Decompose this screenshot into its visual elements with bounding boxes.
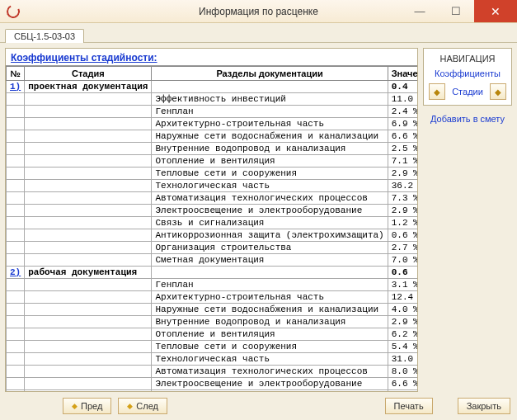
cell-section: Технологическая часть [152, 180, 388, 192]
cell-value: 2.5 % [388, 143, 417, 155]
table-row[interactable]: Архитектурно-строительная часть6.9 % [7, 118, 418, 130]
table-row[interactable]: Наружные сети водоснабжения и канализаци… [7, 130, 418, 143]
cell-stage [25, 229, 152, 242]
cell-no [7, 106, 25, 118]
cell-no [7, 155, 25, 168]
stage-row[interactable]: 1)проектная документация0.4 [7, 81, 418, 93]
cell-value: 36.2 % [388, 180, 417, 192]
nav-group: НАВИГАЦИЯ Коэффициенты ◆ Стадии ◆ [423, 48, 512, 106]
cell-no [7, 143, 25, 155]
cell-stage [25, 254, 152, 267]
nav-coefficients-link[interactable]: Коэффициенты [427, 67, 508, 80]
side-panel: НАВИГАЦИЯ Коэффициенты ◆ Стадии ◆ Добави… [423, 48, 512, 392]
stage-value: 0.4 [388, 81, 417, 93]
cell-value: 31.0 % [388, 353, 417, 366]
table-row[interactable]: Генплан3.1 % [7, 279, 418, 291]
cell-section: Связь и сигнализация [152, 217, 388, 229]
close-button[interactable]: Закрыть [458, 398, 510, 414]
table-row[interactable]: Внутренние водопровод и канализация2.9 % [7, 316, 418, 328]
cell-value: 2.9 % [388, 168, 417, 180]
cell-value: 7.3 % [388, 192, 417, 205]
minimize-button[interactable]: — [402, 0, 438, 22]
stage-name: рабочая документация [25, 267, 152, 279]
table-row[interactable]: Генплан2.4 % [7, 106, 418, 118]
diamond-icon: ◆ [127, 402, 133, 410]
cell-stage [25, 192, 152, 205]
table-row[interactable]: Отопление и вентиляция6.2 % [7, 328, 418, 341]
table-row[interactable]: Технологическая часть31.0 % [7, 353, 418, 366]
maximize-button[interactable]: ☐ [438, 0, 474, 22]
nav-stages-link[interactable]: Стадии [447, 87, 488, 97]
cell-no [7, 118, 25, 130]
window-close-button[interactable]: ✕ [474, 0, 517, 22]
cell-section: Автоматизация технологических процессов [152, 366, 388, 378]
cell-stage [25, 180, 152, 192]
cell-stage [25, 217, 152, 229]
add-to-estimate-link[interactable]: Добавить в смету [423, 112, 512, 125]
cell-value: 11.0 % [388, 93, 417, 106]
cell-section: Отопление и вентиляция [152, 155, 388, 168]
table-row[interactable]: Автоматизация технологических процессов8… [7, 366, 418, 378]
cell-value: 2.7 % [388, 242, 417, 254]
cell-section: Тепловые сети и сооружения [152, 168, 388, 180]
cell-section: Наружные сети водоснабжения и канализаци… [152, 130, 388, 143]
cell-section: Организация строительства [152, 242, 388, 254]
table-row[interactable]: Автоматизация технологических процессов7… [7, 192, 418, 205]
cell-no [7, 316, 25, 328]
cell-no [7, 328, 25, 341]
table-header-row: № Стадия Разделы документации Значение [7, 67, 418, 81]
cell-value: 6.6 % [388, 378, 417, 390]
print-button[interactable]: Печать [385, 398, 433, 414]
cell-section: Сметная документация [152, 254, 388, 267]
table-row[interactable]: Технологическая часть36.2 % [7, 180, 418, 192]
table-scroll[interactable]: № Стадия Разделы документации Значение 1… [6, 65, 417, 391]
table-row[interactable]: Эффективность инвестиций11.0 % [7, 93, 418, 106]
prev-button[interactable]: ◆Пред [63, 398, 111, 414]
nav-stage-next-button[interactable]: ◆ [490, 83, 506, 100]
table-row[interactable]: Организация строительства2.7 % [7, 242, 418, 254]
table-row[interactable]: Электроосвещение и электрооборудование2.… [7, 205, 418, 217]
stage-no[interactable]: 2) [7, 267, 25, 279]
nav-stage-prev-button[interactable]: ◆ [429, 83, 445, 100]
next-button[interactable]: ◆След [118, 398, 167, 414]
cell-value: 0.6 % [388, 229, 417, 242]
cell-stage [25, 316, 152, 328]
cell-section: Архитектурно-строительная часть [152, 118, 388, 130]
table-row[interactable]: Тепловые сети и сооружения2.9 % [7, 168, 418, 180]
cell-value: 12.4 % [388, 291, 417, 304]
diamond-icon: ◆ [72, 402, 78, 410]
cell-stage [25, 93, 152, 106]
table-row[interactable]: Связь и сигнализация1.0 % [7, 390, 418, 392]
table-row[interactable]: Отопление и вентиляция7.1 % [7, 155, 418, 168]
cell-value: 1.0 % [388, 390, 417, 392]
table-row[interactable]: Внутренние водопровод и канализация2.5 % [7, 143, 418, 155]
cell-stage [25, 291, 152, 304]
tab-code[interactable]: СБЦ-1.5-03-03 [5, 29, 84, 43]
cell-value: 6.9 % [388, 118, 417, 130]
cell-stage [25, 304, 152, 316]
close-button-label: Закрыть [467, 401, 501, 411]
cell-value: 5.4 % [388, 341, 417, 353]
cell-stage [25, 242, 152, 254]
table-row[interactable]: Тепловые сети и сооружения5.4 % [7, 341, 418, 353]
cell-section: Архитектурно-строительная часть [152, 291, 388, 304]
cell-no [7, 279, 25, 291]
titlebar: Информация по расценке — ☐ ✕ [0, 0, 517, 23]
table-row[interactable]: Электроосвещение и электрооборудование6.… [7, 378, 418, 390]
cell-section: Автоматизация технологических процессов [152, 192, 388, 205]
cell-no [7, 390, 25, 392]
col-stage: Стадия [25, 67, 152, 81]
table-row[interactable]: Наружные сети водоснабжения и канализаци… [7, 304, 418, 316]
stage-no[interactable]: 1) [7, 81, 25, 93]
stage-row[interactable]: 2)рабочая документация0.6 [7, 267, 418, 279]
table-row[interactable]: Архитектурно-строительная часть12.4 % [7, 291, 418, 304]
table-row[interactable]: Сметная документация7.0 % [7, 254, 418, 267]
tabbar: СБЦ-1.5-03-03 [0, 23, 517, 43]
table-row[interactable]: Антикоррозионная защита (электрохимзащит… [7, 229, 418, 242]
cell-no [7, 353, 25, 366]
table-row[interactable]: Связь и сигнализация1.2 % [7, 217, 418, 229]
cell-section: Отопление и вентиляция [152, 328, 388, 341]
cell-value: 2.9 % [388, 316, 417, 328]
cell-stage [25, 378, 152, 390]
cell-stage [25, 118, 152, 130]
